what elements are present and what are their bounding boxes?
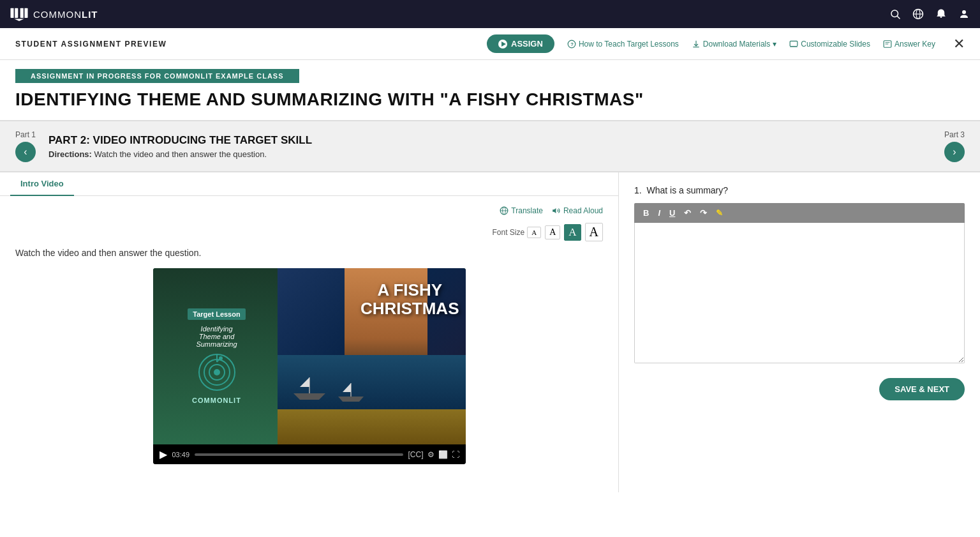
tab-row: Intro Video — [0, 172, 618, 196]
directions-prefix: Directions: — [48, 149, 92, 159]
close-button[interactable]: ✕ — [953, 36, 965, 52]
question-label: 1. What is a summary? — [634, 185, 965, 195]
part2-heading: PART 2: VIDEO INTRODUCING THE TARGET SKI… — [48, 134, 932, 147]
read-aloud-button[interactable]: Read Aloud — [552, 206, 603, 215]
svg-rect-3 — [24, 7, 25, 19]
download-materials-link[interactable]: Download Materials ▾ — [692, 40, 776, 49]
video-control-icons: [CC] ⚙ ⬜ ⛶ — [408, 450, 459, 459]
content-toolbar: Translate Read Aloud — [0, 201, 618, 220]
video-settings-button[interactable]: ⚙ — [427, 450, 434, 459]
part-directions: Directions: Watch the video and then ans… — [48, 149, 932, 159]
video-left-panel: Target Lesson IdentifyingTheme andSummar… — [153, 268, 281, 444]
part1-nav: Part 1 ‹ — [15, 130, 36, 162]
svg-point-4 — [891, 10, 898, 17]
question-circle-icon: ? — [567, 40, 576, 49]
part3-label: Part 3 — [944, 130, 965, 139]
answer-key-link[interactable]: Answer Key — [883, 40, 935, 49]
book-icon — [10, 7, 28, 21]
video-fullscreen-button[interactable]: ⛶ — [452, 450, 459, 459]
font-size-controls: A A A A — [527, 223, 603, 241]
font-size-small[interactable]: A — [527, 227, 541, 238]
svg-point-9 — [962, 10, 966, 14]
video-area: Watch the video and then answer the ques… — [0, 248, 618, 480]
bell-icon[interactable] — [935, 8, 947, 20]
assign-button[interactable]: ASSIGN — [487, 34, 554, 53]
svg-rect-2 — [14, 7, 15, 19]
download-icon — [692, 40, 701, 49]
ground-scene — [278, 409, 466, 444]
top-toolbar-right: Translate Read Aloud — [500, 206, 603, 215]
speaker-icon — [552, 206, 561, 215]
svg-marker-30 — [300, 377, 309, 387]
svg-line-5 — [897, 16, 900, 19]
video-right-panel: A FISHY CHRISTMAS — [278, 268, 466, 444]
logo: COMMONLIT — [10, 7, 98, 21]
main-content: Intro Video Translate Read Aloud Font Si… — [0, 172, 980, 492]
directions-text: Watch the video and then answer the ques… — [92, 149, 267, 159]
assign-play-icon — [498, 40, 507, 49]
editor-container: B I U ↶ ↷ ✎ — [634, 203, 965, 365]
next-part-button[interactable]: › — [944, 142, 965, 162]
header-bar: STUDENT ASSIGNMENT PREVIEW ASSIGN ? How … — [0, 28, 980, 60]
prev-part-button[interactable]: ‹ — [15, 142, 36, 162]
translate-button[interactable]: Translate — [500, 206, 543, 215]
top-nav-icons — [889, 8, 970, 20]
boat1-icon — [290, 374, 329, 400]
question-text: What is a summary? — [646, 185, 728, 195]
video-controls: ▶ 03:49 [CC] ⚙ ⬜ ⛶ — [153, 444, 466, 464]
editor-highlight-button[interactable]: ✎ — [713, 207, 725, 219]
target-lesson-tag: Target Lesson — [188, 308, 245, 320]
target-bullseye-icon — [198, 353, 236, 391]
svg-point-24 — [214, 369, 220, 375]
download-chevron-icon: ▾ — [773, 40, 776, 49]
save-next-button[interactable]: SAVE & NEXT — [879, 378, 965, 400]
editor-undo-button[interactable]: ↶ — [681, 207, 694, 219]
video-title-overlay: A FISHY CHRISTMAS — [360, 281, 459, 317]
part3-nav: Part 3 › — [944, 130, 965, 162]
svg-rect-13 — [790, 41, 798, 46]
video-container: Target Lesson IdentifyingTheme andSummar… — [153, 268, 466, 464]
water-scene — [278, 355, 466, 412]
page-title: STUDENT ASSIGNMENT PREVIEW — [15, 40, 474, 49]
right-panel: 1. What is a summary? B I U ↶ ↷ ✎ SAVE &… — [619, 172, 980, 492]
editor-redo-button[interactable]: ↷ — [697, 207, 709, 219]
video-theater-button[interactable]: ⬜ — [438, 450, 448, 459]
translate-label: Translate — [511, 206, 543, 215]
boat2-icon — [335, 381, 367, 403]
assign-label: ASSIGN — [511, 39, 543, 49]
tab-intro-video[interactable]: Intro Video — [10, 172, 74, 196]
search-icon[interactable] — [889, 8, 901, 20]
svg-marker-33 — [343, 383, 351, 392]
svg-marker-31 — [338, 397, 364, 402]
globe-small-icon — [500, 206, 509, 215]
globe-icon[interactable] — [912, 8, 924, 20]
editor-bold-button[interactable]: B — [641, 207, 651, 219]
customizable-slides-link[interactable]: Customizable Slides — [789, 40, 870, 49]
user-icon[interactable] — [958, 8, 970, 20]
logo-text: COMMONLIT — [33, 9, 98, 20]
font-size-large[interactable]: A — [564, 224, 581, 241]
font-size-label: Font Size — [492, 228, 524, 237]
part1-label: Part 1 — [15, 130, 36, 139]
editor-underline-button[interactable]: U — [667, 207, 678, 219]
lesson-title: IDENTIFYING THEME AND SUMMARIZING WITH "… — [0, 83, 980, 120]
left-panel: Intro Video Translate Read Aloud Font Si… — [0, 172, 619, 492]
question-number: 1. — [634, 185, 642, 195]
part-navigation: Part 1 ‹ PART 2: VIDEO INTRODUCING THE T… — [0, 120, 980, 172]
video-timestamp: 03:49 — [172, 451, 190, 458]
assignment-banner: ASSIGNMENT IN PROGRESS FOR COMMONLIT EXA… — [15, 69, 299, 83]
font-size-medium[interactable]: A — [545, 225, 560, 239]
how-to-teach-link[interactable]: ? How to Teach Target Lessons — [567, 40, 679, 49]
video-play-button[interactable]: ▶ — [160, 448, 167, 460]
video-instruction: Watch the video and then answer the ques… — [15, 248, 603, 258]
font-size-xlarge[interactable]: A — [585, 223, 603, 241]
video-thumbnail: Target Lesson IdentifyingTheme andSummar… — [153, 268, 466, 444]
font-size-row: Font Size A A A A — [0, 220, 618, 248]
answer-textarea[interactable] — [634, 223, 965, 363]
read-aloud-label: Read Aloud — [563, 206, 603, 215]
video-progress-bar[interactable] — [195, 453, 403, 456]
editor-toolbar: B I U ↶ ↷ ✎ — [634, 203, 965, 223]
video-cc-button[interactable]: [CC] — [408, 450, 424, 459]
editor-italic-button[interactable]: I — [655, 207, 663, 219]
svg-text:?: ? — [570, 41, 574, 47]
